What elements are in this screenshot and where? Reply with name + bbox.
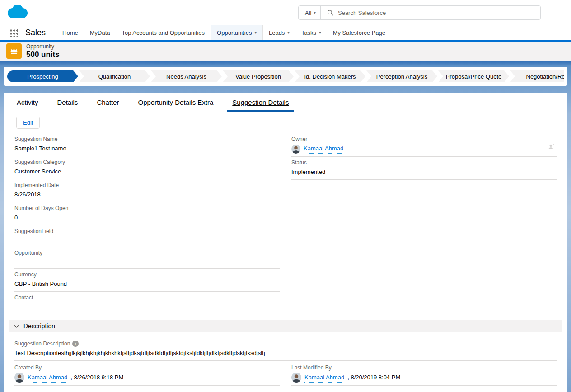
- search-scope-button[interactable]: All ▾: [299, 6, 320, 19]
- nav-tab-label: Leads: [269, 29, 285, 36]
- created-by-value: Kamaal Ahmad , 8/26/2018 9:18 PM: [14, 371, 280, 383]
- path-stage-perception-analysis[interactable]: Perception Analysis: [366, 70, 437, 82]
- field-implemented-date: Implemented Date 8/26/2018: [14, 179, 280, 202]
- search-scope-label: All: [305, 9, 311, 16]
- field-number-of-days-open: Number of Days Open 0: [14, 202, 280, 225]
- path-stage-proposal-price-quote[interactable]: Proposal/Price Quote: [438, 70, 509, 82]
- tab-details[interactable]: Details: [48, 93, 88, 112]
- nav-tab-tasks[interactable]: Tasks ▾: [295, 25, 327, 40]
- field-value: Customer Service: [14, 166, 280, 176]
- chevron-down-icon: ▾: [314, 11, 316, 15]
- tab-chatter[interactable]: Chatter: [87, 93, 128, 112]
- nav-tab-label: Opportunities: [217, 29, 252, 36]
- field-contact: Contact: [14, 292, 280, 313]
- field-label: Contact: [14, 294, 280, 301]
- entity-label: Opportunity: [26, 43, 60, 50]
- field-label: Status: [291, 159, 557, 166]
- field-suggestion-category: Suggestion Category Customer Service: [14, 156, 280, 179]
- owner-link[interactable]: Kamaal Ahmad: [304, 144, 343, 154]
- created-datetime: , 8/26/2018 9:18 PM: [70, 373, 123, 382]
- last-modified-value: Kamaal Ahmad , 8/20/2019 8:04 PM: [291, 371, 557, 383]
- tab-suggestion-details[interactable]: Suggestion Details: [223, 93, 298, 112]
- field-value: [14, 235, 280, 244]
- field-status: Status Implemented: [291, 157, 557, 180]
- nav-tab-mydata[interactable]: MyData: [84, 25, 116, 40]
- nav-tab-label: Home: [62, 29, 78, 36]
- field-label: Last Modified By: [291, 364, 557, 371]
- created-by-column: Created By Kamaal Ahmad , 8/26/2018 9:18…: [14, 362, 280, 386]
- info-icon[interactable]: i: [72, 341, 79, 347]
- description-section-header[interactable]: Description: [9, 320, 562, 332]
- field-value: Test Descriptiontesthjjlkjkjlkhjkhjkhjkh…: [14, 347, 557, 358]
- created-by-link[interactable]: Kamaal Ahmad: [28, 373, 67, 383]
- field-created-by: Created By Kamaal Ahmad , 8/26/2018 9:18…: [14, 362, 280, 386]
- chevron-down-icon[interactable]: ▾: [254, 31, 257, 35]
- salesforce-logo-icon[interactable]: [5, 3, 32, 22]
- last-modified-datetime: , 8/20/2019 8:04 PM: [347, 373, 400, 382]
- path-stage-qualification[interactable]: Qualification: [79, 70, 150, 82]
- tab-opportunity-details-extra[interactable]: Opportunity Details Extra: [129, 93, 223, 112]
- field-columns: Suggestion Name Sample1 Test name Sugges…: [14, 133, 557, 313]
- last-modified-link[interactable]: Kamaal Ahmad: [304, 373, 344, 383]
- field-label: Created By: [14, 364, 280, 371]
- tab-activity[interactable]: Activity: [7, 93, 48, 112]
- field-label: Owner: [291, 135, 557, 143]
- field-value: Implemented: [291, 166, 557, 177]
- field-label: Implemented Date: [14, 182, 280, 189]
- sales-path: Prospecting Qualification Needs Analysis…: [7, 70, 564, 82]
- field-opportunity: Opportunity: [14, 247, 280, 269]
- avatar: [291, 145, 300, 154]
- owner-value: Kamaal Ahmad: [291, 143, 557, 154]
- app-name: Sales: [22, 25, 56, 40]
- nav-tab-opportunities[interactable]: Opportunities ▾: [211, 25, 263, 40]
- system-info: Created By Kamaal Ahmad , 8/26/2018 9:18…: [14, 362, 557, 386]
- search-icon: [321, 9, 337, 16]
- nav-tab-top-accounts-and-opportunities[interactable]: Top Accounts and Opportunities: [116, 25, 211, 40]
- nav-tab-home[interactable]: Home: [56, 25, 84, 40]
- nav-tab-leads[interactable]: Leads ▾: [263, 25, 295, 40]
- path-stage-needs-analysis[interactable]: Needs Analysis: [151, 70, 222, 82]
- path-stage-value-proposition[interactable]: Value Proposition: [223, 70, 294, 82]
- cloud-icon: [5, 4, 30, 22]
- field-label-text: Suggestion Description: [14, 340, 70, 347]
- crown-icon: [9, 47, 19, 56]
- path-stage-prospecting[interactable]: Prospecting: [7, 70, 78, 82]
- avatar: [14, 373, 24, 383]
- record-header: Opportunity 500 units: [0, 42, 571, 61]
- field-label: Currency: [14, 271, 280, 278]
- chevron-down-icon[interactable]: ▾: [287, 31, 290, 35]
- chevron-down-icon[interactable]: ▾: [319, 31, 321, 35]
- field-value: Sample1 Test name: [14, 143, 280, 153]
- nav-tab-my-salesforce-page[interactable]: My Salesforce Page: [327, 25, 391, 40]
- edit-button[interactable]: Edit: [16, 117, 40, 129]
- field-owner: Owner Kamaal Ahmad: [291, 133, 557, 157]
- opportunity-icon: [6, 43, 22, 59]
- chevron-down-icon: [14, 323, 19, 329]
- field-label: Suggestion Category: [14, 159, 280, 166]
- global-search: All ▾: [298, 5, 541, 20]
- content-background: Prospecting Qualification Needs Analysis…: [0, 61, 571, 392]
- field-suggestion-description: Suggestion Description i Test Descriptio…: [14, 338, 557, 361]
- field-label: Opportunity: [14, 249, 280, 257]
- nav-tab-label: Top Accounts and Opportunities: [122, 29, 205, 36]
- field-suggestionfield: SuggestionField: [14, 225, 280, 247]
- field-label: SuggestionField: [14, 228, 280, 235]
- record-title: 500 units: [26, 50, 60, 59]
- search-input[interactable]: [337, 6, 540, 19]
- field-label: Suggestion Name: [14, 135, 280, 143]
- suggestion-details-panel: Edit Suggestion Name Sample1 Test name S…: [4, 112, 567, 392]
- field-value: 8/26/2018: [14, 189, 280, 199]
- field-column-right: Owner Kamaal Ahmad: [291, 133, 557, 313]
- avatar: [291, 373, 301, 383]
- field-label: Suggestion Description i: [14, 340, 557, 347]
- salesforce-page: All ▾ Sales Home MyData Top Accounts and…: [0, 0, 571, 392]
- change-owner-icon[interactable]: [548, 143, 555, 152]
- path-stage-negotiation-review[interactable]: Negotiation/Re: [510, 70, 564, 82]
- field-last-modified-by: Last Modified By Kamaal Ahmad , 8/20/201…: [291, 362, 557, 386]
- app-launcher-icon[interactable]: [6, 25, 22, 40]
- field-suggestion-name: Suggestion Name Sample1 Test name: [14, 133, 280, 156]
- path-stage-id-decision-makers[interactable]: Id. Decision Makers: [295, 70, 365, 82]
- global-header: All ▾: [0, 0, 571, 25]
- record-tabs: Activity Details Chatter Opportunity Det…: [4, 93, 567, 112]
- field-currency: Currency GBP - British Pound: [14, 269, 280, 292]
